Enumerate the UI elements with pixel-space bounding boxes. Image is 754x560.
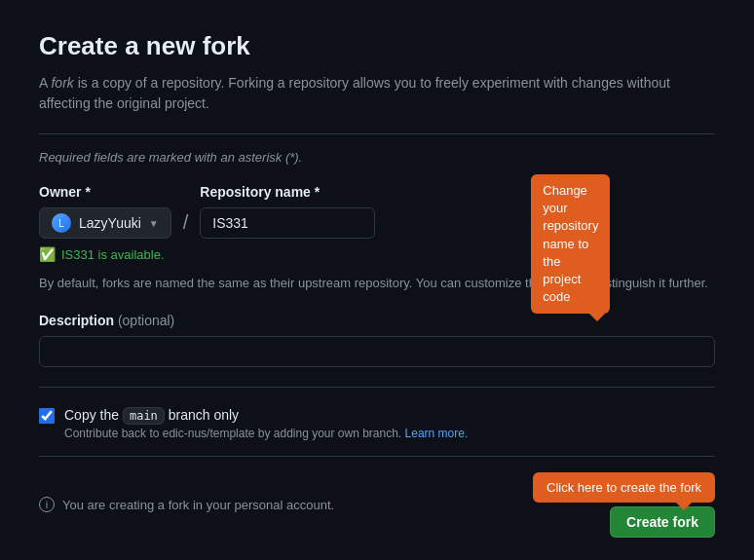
slash-separator: / <box>183 211 189 234</box>
create-fork-button[interactable]: Create fork <box>610 506 715 538</box>
repo-tooltip: Change your repository name to the proje… <box>531 174 610 314</box>
page-title: Create a new fork <box>39 31 715 61</box>
owner-label: Owner * <box>39 184 171 200</box>
description-group: Description (optional) <box>39 313 715 367</box>
fork-callout-container: Click here to create the fork Create for… <box>533 472 715 538</box>
description-label: Description (optional) <box>39 313 715 328</box>
owner-name: LazyYuuki <box>79 215 141 231</box>
repo-label: Repository name * <box>200 184 375 200</box>
divider-bottom <box>39 456 715 457</box>
fork-callout: Click here to create the fork <box>533 472 715 503</box>
copy-branch-suffix: branch only <box>169 407 239 423</box>
learn-more-link[interactable]: Learn more. <box>405 427 469 440</box>
available-message: ✅ IS331 is available. <box>39 246 715 262</box>
personal-account-text: You are creating a fork in your personal… <box>62 498 334 512</box>
required-note: Required fields are marked with an aster… <box>39 150 715 165</box>
check-icon: ✅ <box>39 246 56 262</box>
repo-name-input[interactable] <box>200 207 375 239</box>
chevron-down-icon: ▼ <box>149 218 159 229</box>
repo-name-group: Repository name * Change your repository… <box>200 184 375 239</box>
main-badge: main <box>123 407 165 425</box>
divider-top <box>39 133 715 134</box>
available-text: IS331 is available. <box>61 247 165 262</box>
personal-account-note: i You are creating a fork in your person… <box>39 497 334 512</box>
owner-select[interactable]: L LazyYuuki ▼ <box>39 207 171 239</box>
copy-branch-label-group: Copy the main branch only Contribute bac… <box>64 407 468 440</box>
copy-branch-prefix: Copy the <box>64 407 119 423</box>
owner-group: Owner * L LazyYuuki ▼ <box>39 184 171 239</box>
bottom-row: i You are creating a fork in your person… <box>39 472 715 538</box>
copy-branch-row: Copy the main branch only Contribute bac… <box>39 407 715 440</box>
copy-branch-label: Copy the main branch only <box>64 407 468 423</box>
divider-mid <box>39 387 715 388</box>
copy-branch-sub: Contribute back to edic-nus/template by … <box>64 427 468 440</box>
default-note: By default, forks are named the same as … <box>39 274 715 293</box>
owner-repo-row: Owner * L LazyYuuki ▼ / Repository name … <box>39 184 715 239</box>
subtitle: A fork is a copy of a repository. Forkin… <box>39 73 715 114</box>
optional-label: (optional) <box>118 313 174 328</box>
description-input[interactable] <box>39 336 715 367</box>
info-icon: i <box>39 497 55 512</box>
copy-branch-checkbox[interactable] <box>39 408 55 424</box>
owner-avatar: L <box>52 213 71 233</box>
